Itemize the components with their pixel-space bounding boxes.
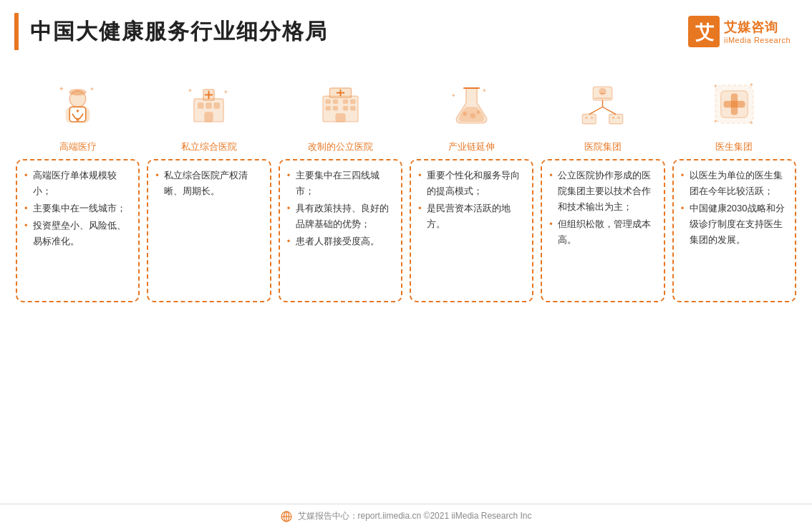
- svg-rect-55: [723, 100, 745, 107]
- logo-area: 艾 艾媒咨询 iiMedia Research: [688, 16, 791, 47]
- svg-point-5: [76, 117, 79, 121]
- svg-rect-15: [206, 102, 212, 108]
- category-label-yiyuan: 医院集团: [584, 140, 622, 153]
- svg-point-34: [463, 111, 467, 115]
- list-item: 重要个性化和服务导向的提高模式；: [418, 168, 525, 199]
- svg-rect-32: [336, 113, 345, 121]
- category-label-yisheng: 医生集团: [715, 140, 753, 153]
- svg-point-36: [477, 110, 480, 114]
- list-item: 高端医疗单体规模较小；: [24, 168, 131, 199]
- dashed-box-yiyuan: 公立医院协作形成的医院集团主要以技术合作和技术输出为主；但组织松散，管理成本高。: [541, 159, 664, 302]
- category-label-gaizhi: 改制的公立医院: [308, 140, 373, 153]
- svg-rect-17: [205, 112, 213, 121]
- header: 中国大健康服务行业细分格局 艾 艾媒咨询 iiMedia Research: [0, 0, 812, 57]
- card-col-sili: ✦ ✦ 私立综合医院私立综合医院产权清晰、周期长。: [147, 72, 271, 302]
- list-item: 公立医院协作形成的医院集团主要以技术合作和技术输出为主；: [549, 168, 656, 215]
- category-label-sili: 私立综合医院: [181, 140, 237, 153]
- dashed-box-sili: 私立综合医院产权清晰、周期长。: [147, 159, 271, 302]
- list-item: 主要集中在三四线城市；: [287, 168, 394, 199]
- card-col-gaoduan: ✦ ✦ 高端医疗高端医疗单体规模较小；主要集中在一线城市；投资壁垒小、风险低、易…: [16, 72, 140, 302]
- svg-rect-46: [583, 114, 596, 123]
- svg-rect-30: [343, 106, 348, 110]
- card-col-gaizhi: 改制的公立医院主要集中在三四线城市；具有政策扶持、良好的品牌基础的优势；患者人群…: [279, 72, 402, 302]
- category-label-gaoduan: 高端医疗: [59, 140, 97, 153]
- list-item: 中国健康2030战略和分级诊疗制度在支持医生集团的发展。: [681, 201, 788, 248]
- svg-text:✦: ✦: [712, 117, 717, 124]
- svg-rect-31: [350, 106, 355, 110]
- list-item: 主要集中在一线城市；: [24, 201, 131, 216]
- svg-point-51: [618, 116, 621, 119]
- svg-rect-24: [326, 99, 331, 103]
- title-bar: [14, 13, 19, 50]
- list-item: 是民营资本活跃的地方。: [418, 201, 525, 232]
- svg-text:✦: ✦: [90, 85, 95, 92]
- icon-area-gaoduan: ✦ ✦: [46, 72, 110, 136]
- card-col-yisheng: ✦ ✦ ✦ ✦ 医生集团以医生为单位的医生集团在今年比较活跃；中国健康2030战…: [672, 72, 796, 302]
- svg-rect-42: [595, 97, 612, 99]
- logo-en-text: iiMedia Research: [724, 36, 791, 44]
- card-col-chanye: ✦ ✦ 产业链延伸重要个性化和服务导向的提高模式；是民营资本活跃的地方。: [410, 72, 533, 302]
- list-item: 投资壁垒小、风险低、易标准化。: [24, 218, 131, 249]
- svg-point-4: [69, 88, 86, 95]
- icon-area-yiyuan: [571, 72, 635, 136]
- svg-text:艾: 艾: [695, 22, 715, 43]
- svg-rect-16: [214, 102, 220, 108]
- list-item: 具有政策扶持、良好的品牌基础的优势；: [287, 201, 394, 232]
- svg-point-49: [591, 116, 594, 119]
- icon-area-sili: ✦ ✦: [177, 72, 241, 136]
- svg-rect-47: [609, 114, 623, 123]
- svg-rect-27: [350, 99, 355, 103]
- svg-text:✦: ✦: [59, 85, 64, 92]
- svg-text:✦: ✦: [749, 82, 754, 88]
- content-area: ✦ ✦ 高端医疗高端医疗单体规模较小；主要集中在一线城市；投资壁垒小、风险低、易…: [0, 57, 812, 309]
- footer: 艾媒报告中心：report.iimedia.cn ©2021 iiMedia R…: [0, 504, 812, 528]
- svg-point-50: [612, 116, 615, 119]
- svg-text:✦: ✦: [712, 83, 717, 90]
- svg-rect-28: [326, 106, 331, 110]
- svg-text:✦: ✦: [482, 86, 487, 93]
- svg-point-35: [470, 112, 476, 118]
- page-title: 中国大健康服务行业细分格局: [30, 17, 328, 47]
- svg-rect-26: [343, 99, 348, 103]
- cards-row: ✦ ✦ 高端医疗高端医疗单体规模较小；主要集中在一线城市；投资壁垒小、风险低、易…: [16, 72, 796, 302]
- svg-rect-29: [333, 106, 338, 110]
- title-area: 中国大健康服务行业细分格局: [0, 13, 328, 50]
- page-wrapper: 中国大健康服务行业细分格局 艾 艾媒咨询 iiMedia Research: [0, 0, 812, 528]
- svg-text:✦: ✦: [224, 89, 229, 95]
- logo-svg-icon: 艾: [692, 20, 715, 43]
- svg-point-48: [586, 116, 589, 119]
- svg-rect-25: [333, 99, 338, 103]
- logo-cn-text: 艾媒咨询: [724, 19, 778, 36]
- dashed-box-yisheng: 以医生为单位的医生集团在今年比较活跃；中国健康2030战略和分级诊疗制度在支持医…: [672, 159, 796, 302]
- list-item: 以医生为单位的医生集团在今年比较活跃；: [681, 168, 788, 199]
- logo-text-area: 艾媒咨询 iiMedia Research: [724, 19, 791, 44]
- icon-area-gaizhi: [308, 72, 372, 136]
- list-item: 患者人群接受度高。: [287, 234, 394, 249]
- dashed-box-gaoduan: 高端医疗单体规模较小；主要集中在一线城市；投资壁垒小、风险低、易标准化。: [16, 159, 140, 302]
- svg-text:✦: ✦: [188, 86, 193, 93]
- svg-text:✦: ✦: [749, 119, 754, 125]
- dashed-box-chanye: 重要个性化和服务导向的提高模式；是民营资本活跃的地方。: [410, 159, 533, 302]
- icon-area-yisheng: ✦ ✦ ✦ ✦: [702, 72, 766, 136]
- svg-text:✦: ✦: [452, 92, 457, 99]
- svg-line-45: [603, 107, 617, 114]
- list-item: 但组织松散，管理成本高。: [549, 216, 656, 248]
- svg-line-44: [589, 107, 603, 114]
- card-col-yiyuan: 医院集团公立医院协作形成的医院集团主要以技术合作和技术输出为主；但组织松散，管理…: [541, 72, 664, 302]
- category-label-chanye: 产业链延伸: [448, 140, 495, 153]
- globe-icon: [281, 511, 292, 522]
- svg-rect-14: [198, 102, 204, 108]
- list-item: 私立综合医院产权清晰、周期长。: [155, 168, 262, 199]
- icon-area-chanye: ✦ ✦: [440, 72, 504, 136]
- logo-icon: 艾: [688, 16, 720, 47]
- dashed-box-gaizhi: 主要集中在三四线城市；具有政策扶持、良好的品牌基础的优势；患者人群接受度高。: [279, 159, 402, 302]
- footer-text: 艾媒报告中心：report.iimedia.cn ©2021 iiMedia R…: [298, 510, 532, 522]
